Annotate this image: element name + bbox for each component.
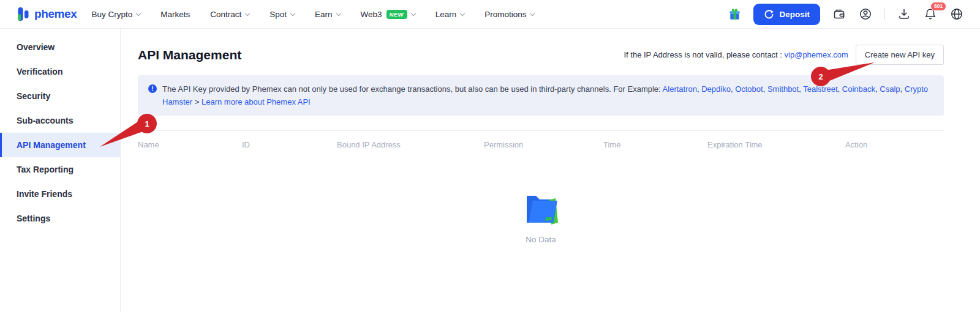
column-header-action: Action [845, 140, 944, 149]
deposit-button[interactable]: Deposit [753, 4, 820, 25]
support-email-link[interactable]: vip@phemex.com [785, 50, 848, 59]
notification-count-badge: 601 [930, 2, 946, 11]
column-header-name: Name [138, 140, 242, 149]
api-keys-table: NameIDBound IP AddressPermissionTimeExpi… [138, 130, 944, 244]
language-button[interactable] [949, 7, 964, 21]
nav-item-label: Buy Crypto [91, 10, 132, 19]
banner-link-tealstreet[interactable]: Tealstreet [803, 84, 837, 94]
notifications-button[interactable]: 601 [923, 7, 938, 21]
chevron-down-icon [530, 10, 535, 15]
topbar-divider [884, 8, 885, 20]
column-header-time: Time [603, 140, 707, 149]
nav-item-label: Web3 [361, 10, 382, 19]
create-new-api-key-button[interactable]: Create new API key [856, 45, 944, 65]
page-title: API Management [138, 48, 241, 62]
nav-item-spot[interactable]: Spot [270, 10, 295, 19]
account-button[interactable] [858, 7, 873, 21]
download-icon [897, 7, 911, 21]
profile-icon [859, 7, 872, 21]
download-button[interactable] [897, 7, 911, 21]
sidebar-item-sub-accounts[interactable]: Sub-accounts [0, 108, 120, 133]
sidebar-item-security[interactable]: Security [0, 84, 120, 108]
main-nav: Buy CryptoMarketsContractSpotEarnWeb3NEW… [91, 10, 534, 19]
table-header-row: NameIDBound IP AddressPermissionTimeExpi… [138, 131, 944, 155]
banner-link-learn-more-about-phemex-api[interactable]: Learn more about Phemex API [202, 97, 311, 106]
nav-item-label: Earn [315, 10, 333, 19]
info-icon: ! [148, 84, 157, 93]
rewards-gift-icon[interactable] [727, 7, 742, 21]
nav-item-web3[interactable]: Web3NEW [361, 10, 415, 19]
api-info-banner-text: The API Key provided by Phemex can not o… [162, 83, 933, 108]
banner-text-segment: , [900, 84, 905, 94]
banner-link-alertatron[interactable]: Alertatron [663, 84, 697, 94]
column-header-permission: Permission [484, 140, 603, 149]
page: phemex Buy CryptoMarketsContractSpotEarn… [0, 0, 980, 312]
chevron-down-icon [336, 10, 341, 15]
globe-icon [950, 7, 963, 21]
gift-icon [728, 7, 742, 21]
nav-item-label: Promotions [484, 10, 526, 19]
page-body: OverviewVerificationSecuritySub-accounts… [0, 29, 980, 312]
banner-link-octobot[interactable]: Octobot [735, 84, 763, 94]
chevron-down-icon [245, 10, 250, 15]
banner-text-segment: , [763, 84, 767, 94]
nav-item-label: Learn [435, 10, 457, 19]
deposit-button-label: Deposit [779, 10, 810, 19]
wallet-icon [832, 7, 846, 21]
sidebar-item-verification[interactable]: Verification [0, 59, 120, 84]
sidebar-item-tax-reporting[interactable]: Tax Reporting [0, 157, 120, 182]
nav-item-label: Spot [270, 10, 287, 19]
nav-item-label: Markets [160, 10, 190, 19]
banner-text-segment: > [192, 97, 202, 106]
chevron-down-icon [136, 10, 141, 15]
sidebar-item-invite-friends[interactable]: Invite Friends [0, 182, 120, 206]
sidebar-item-overview[interactable]: Overview [0, 35, 120, 59]
chevron-down-icon [460, 10, 465, 15]
main-header: API Management If the IP Address is not … [138, 45, 944, 65]
column-header-bound-ip-address: Bound IP Address [337, 140, 484, 149]
nav-item-label: Contract [210, 10, 241, 19]
nav-item-earn[interactable]: Earn [315, 10, 341, 19]
nav-item-buy-crypto[interactable]: Buy Crypto [91, 10, 140, 19]
no-data-folder-icon [521, 191, 561, 228]
ip-notice-text: If the IP Address is not valid, please c… [624, 50, 782, 59]
phemex-logo-icon [17, 6, 31, 22]
new-badge: NEW [386, 10, 407, 19]
main-content: API Management If the IP Address is not … [121, 29, 980, 312]
phemex-logo[interactable]: phemex [17, 6, 77, 22]
banner-link-csalp[interactable]: Csalp [880, 84, 900, 94]
nav-item-markets[interactable]: Markets [160, 10, 190, 19]
account-sidebar: OverviewVerificationSecuritySub-accounts… [0, 29, 121, 312]
sidebar-item-settings[interactable]: Settings [0, 206, 120, 231]
banner-link-smithbot[interactable]: Smithbot [767, 84, 799, 94]
chevron-down-icon [410, 10, 415, 15]
column-header-expiration-time: Expiration Time [707, 140, 845, 149]
deposit-circle-arrow-icon [764, 9, 774, 20]
sidebar-item-api-management[interactable]: API Management [0, 133, 120, 157]
empty-state: No Data [138, 191, 944, 244]
column-header-id: ID [242, 140, 337, 149]
chevron-down-icon [290, 10, 295, 15]
ip-notice: If the IP Address is not valid, please c… [624, 50, 848, 59]
nav-item-learn[interactable]: Learn [435, 10, 465, 19]
top-navigation-bar: phemex Buy CryptoMarketsContractSpotEarn… [0, 0, 980, 29]
banner-text-segment: The API Key provided by Phemex can not o… [162, 84, 663, 94]
nav-item-promotions[interactable]: Promotions [484, 10, 534, 19]
topbar-right-cluster: Deposit [727, 4, 964, 25]
banner-text-segment: , [838, 84, 842, 94]
no-data-label: No Data [526, 235, 556, 244]
header-right: If the IP Address is not valid, please c… [624, 45, 944, 65]
banner-link-depdiko[interactable]: Depdiko [701, 84, 731, 94]
wallet-button[interactable] [832, 7, 846, 21]
api-info-banner: ! The API Key provided by Phemex can not… [138, 75, 944, 116]
brand-name: phemex [34, 7, 77, 21]
banner-link-coinback[interactable]: Coinback [842, 84, 875, 94]
nav-item-contract[interactable]: Contract [210, 10, 249, 19]
